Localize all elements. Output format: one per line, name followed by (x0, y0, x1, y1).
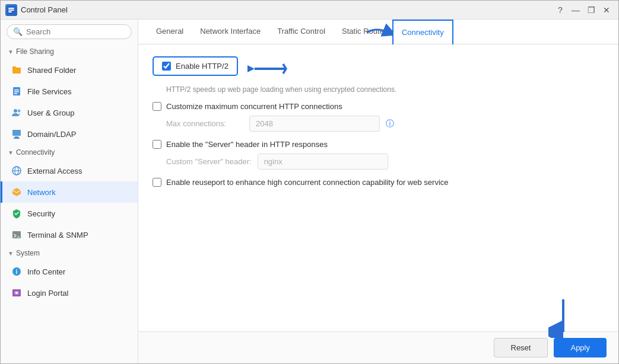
sidebar-item-file-services[interactable]: File Services (1, 81, 138, 102)
svg-rect-1 (8, 8, 14, 9)
search-box: 🔍 (7, 24, 132, 39)
section-header-connectivity[interactable]: ▼ Connectivity (1, 145, 138, 160)
section-header-file-sharing[interactable]: ▼ File Sharing (1, 44, 138, 59)
maximize-button[interactable]: ❐ (584, 3, 598, 17)
window-title: Control Panel (21, 5, 553, 14)
help-button[interactable]: ? (553, 3, 567, 17)
server-header-section: Enable the "Server" header in HTTP respo… (153, 140, 604, 170)
external-access-icon (11, 165, 23, 177)
titlebar: Control Panel ? — ❐ ✕ (1, 1, 618, 20)
login-portal-icon (11, 287, 23, 299)
section-label-connectivity: Connectivity (16, 148, 55, 157)
section-connectivity: ▼ Connectivity External Access Network (1, 145, 138, 245)
svg-rect-3 (8, 11, 12, 12)
sidebar-label-file-services: File Services (27, 87, 71, 96)
svg-text:i: i (16, 269, 18, 275)
chevron-down-icon: ▼ (8, 49, 14, 55)
app-icon (5, 4, 17, 16)
svg-rect-6 (14, 91, 19, 92)
sidebar-label-security: Security (27, 209, 55, 218)
tab-general[interactable]: General (148, 20, 192, 44)
info-icon[interactable]: ⓘ (386, 119, 394, 129)
reuseport-checkbox[interactable] (153, 178, 161, 187)
user-group-icon (11, 107, 23, 119)
chevron-down-icon-3: ▼ (8, 250, 14, 257)
svg-point-9 (18, 110, 21, 113)
max-connections-field-label: Max connections: (166, 119, 243, 128)
enable-http2-label: Enable HTTP/2 (176, 62, 228, 71)
folder-icon (11, 64, 23, 76)
right-panel: General Network Interface Traffic Contro… (138, 20, 618, 363)
section-file-sharing: ▼ File Sharing Shared Folder File Servic… (1, 44, 138, 145)
sidebar-label-shared-folder: Shared Folder (27, 66, 76, 75)
max-connections-checkbox[interactable] (153, 102, 161, 111)
tab-traffic-control[interactable]: Traffic Control (269, 20, 334, 44)
max-connections-input[interactable] (249, 116, 380, 132)
search-icon: 🔍 (13, 27, 23, 36)
footer: Reset Apply (138, 331, 618, 363)
network-icon (11, 186, 23, 198)
reuseport-section: Enable reuseport to enhance high concurr… (153, 178, 604, 187)
content-area: Enable HTTP/2 HTTP/2 speeds up web page … (138, 44, 618, 331)
info-center-icon: i (11, 266, 23, 277)
sidebar-item-info-center[interactable]: i Info Center (1, 261, 138, 282)
sidebar: 🔍 ▼ File Sharing Shared Folder (1, 20, 138, 363)
custom-server-field-label: Custom "Server" header: (166, 157, 252, 166)
svg-rect-7 (14, 93, 17, 94)
chevron-down-icon-2: ▼ (8, 149, 14, 156)
window-controls: ? — ❐ ✕ (553, 3, 614, 17)
custom-server-field-row: Custom "Server" header: (166, 154, 604, 170)
apply-button[interactable]: Apply (554, 338, 607, 357)
max-connections-label: Customize maximum concurrent HTTP connec… (166, 102, 342, 111)
section-label-system: System (16, 249, 40, 257)
sidebar-item-domain-ldap[interactable]: Domain/LDAP (1, 123, 138, 145)
minimize-button[interactable]: — (569, 3, 583, 17)
main-content: 🔍 ▼ File Sharing Shared Folder (1, 20, 618, 363)
security-icon (11, 207, 23, 219)
http2-section: Enable HTTP/2 HTTP/2 speeds up web page … (153, 56, 604, 94)
reuseport-label: Enable reuseport to enhance high concurr… (166, 178, 449, 187)
http2-arrow (247, 58, 289, 79)
tab-connectivity[interactable]: Connectivity (392, 20, 453, 44)
domain-icon (11, 128, 23, 140)
sidebar-label-network: Network (27, 188, 56, 197)
enable-http2-checkbox[interactable] (162, 62, 171, 71)
sidebar-item-shared-folder[interactable]: Shared Folder (1, 59, 138, 81)
sidebar-label-terminal-snmp: Terminal & SNMP (27, 231, 88, 240)
sidebar-label-login-portal: Login Portal (27, 289, 68, 298)
sidebar-item-network[interactable]: Network (1, 181, 138, 203)
svg-rect-5 (14, 90, 19, 91)
svg-rect-12 (14, 138, 20, 139)
sidebar-item-terminal-snmp[interactable]: Terminal & SNMP (1, 224, 138, 245)
search-input[interactable] (26, 27, 125, 36)
svg-point-8 (14, 109, 17, 113)
svg-rect-2 (8, 9, 14, 11)
custom-server-input[interactable] (258, 154, 388, 170)
tab-network-interface[interactable]: Network Interface (192, 20, 269, 44)
terminal-icon (11, 229, 23, 241)
section-system: ▼ System i Info Center Login Portal (1, 245, 138, 304)
sidebar-item-external-access[interactable]: External Access (1, 160, 138, 181)
server-header-checkbox[interactable] (153, 140, 161, 149)
enable-http2-checkbox-row: Enable HTTP/2 (153, 56, 238, 76)
max-connections-field-row: Max connections: ⓘ (166, 116, 604, 132)
svg-point-22 (15, 292, 18, 294)
reset-button[interactable]: Reset (494, 338, 548, 357)
sidebar-label-user-group: User & Group (27, 108, 74, 117)
http2-desc: HTTP/2 speeds up web page loading when u… (166, 85, 604, 94)
max-connections-section: Customize maximum concurrent HTTP connec… (153, 102, 604, 132)
close-button[interactable]: ✕ (599, 3, 614, 17)
sidebar-item-login-portal[interactable]: Login Portal (1, 282, 138, 304)
section-header-system[interactable]: ▼ System (1, 245, 138, 261)
sidebar-item-user-group[interactable]: User & Group (1, 102, 138, 123)
sidebar-label-domain-ldap: Domain/LDAP (27, 130, 76, 139)
file-services-icon (11, 85, 23, 97)
svg-rect-10 (12, 130, 21, 136)
server-header-label: Enable the "Server" header in HTTP respo… (166, 140, 328, 149)
connectivity-arrow (364, 24, 393, 41)
tab-bar: General Network Interface Traffic Contro… (138, 20, 618, 44)
section-label-file-sharing: File Sharing (16, 47, 54, 56)
sidebar-item-security[interactable]: Security (1, 203, 138, 224)
search-area: 🔍 (1, 20, 138, 44)
sidebar-label-info-center: Info Center (27, 267, 65, 276)
